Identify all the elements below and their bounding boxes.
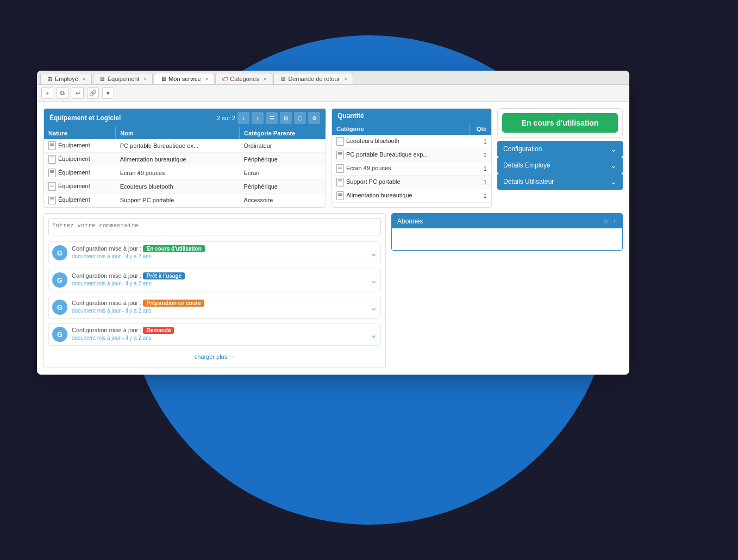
monitor-icon-2: 🖥 — [160, 76, 166, 82]
table-row: Support PC portable 1 — [332, 176, 491, 189]
load-more-button[interactable]: charger plus → — [48, 350, 381, 363]
comment-item: G Configuration mise à jour : Demandé do… — [48, 323, 381, 346]
comment-timestamp: document mis à jour - il y a 2 ans — [72, 308, 366, 314]
comment-timestamp: document mis à jour - il y a 2 ans — [72, 335, 366, 341]
doc-icon — [48, 141, 56, 150]
accordion-details-employe: Détails Employé ⌄ — [497, 157, 623, 173]
tab-close-categories[interactable]: × — [264, 76, 267, 82]
status-button[interactable]: En cours d'utilisation — [502, 113, 618, 133]
next-page-button[interactable]: › — [252, 112, 264, 124]
top-panels: Équipement et Logiciel 2 sur 2 ‹ › ☰ ⊞ ⬡… — [43, 108, 623, 208]
equipment-panel: Équipement et Logiciel 2 sur 2 ‹ › ☰ ⊞ ⬡… — [43, 108, 326, 208]
tab-bar: ⊞ Employé × 🖥 Équipement × 🖥 Mon service… — [37, 71, 629, 85]
doc-icon — [48, 196, 56, 204]
expand-comment-button[interactable]: ⌄ — [370, 275, 377, 285]
table-row: Équipement Alimentation bureautique Péri… — [44, 153, 326, 166]
comments-col: G Configuration mise à jour : En cours d… — [43, 213, 386, 368]
status-badge: Demandé — [143, 327, 174, 334]
col-qte: Qté — [470, 123, 491, 135]
subscribers-header: Abonnés ☆ + — [392, 214, 622, 228]
comments-section: G Configuration mise à jour : En cours d… — [43, 213, 386, 368]
comment-item: G Configuration mise à jour : Prêt à l'u… — [48, 269, 381, 291]
doc-icon — [48, 169, 56, 177]
list-view-button[interactable]: ☰ — [266, 112, 278, 124]
accordion-header-details-employe[interactable]: Détails Employé ⌄ — [498, 158, 622, 173]
status-badge: Préparation en cours — [143, 300, 204, 307]
main-content: Équipement et Logiciel 2 sur 2 ‹ › ☰ ⊞ ⬡… — [37, 102, 629, 375]
bottom-row: G Configuration mise à jour : En cours d… — [43, 213, 623, 368]
expand-comment-button[interactable]: ⌄ — [370, 302, 377, 313]
table-row: Ecouteurs bluetooth 1 — [332, 135, 491, 148]
status-badge: Prêt à l'usage — [143, 272, 185, 279]
monitor-icon-3: 🖥 — [279, 76, 286, 82]
tab-close-employe[interactable]: × — [83, 76, 86, 82]
copy-button[interactable]: ⧉ — [57, 87, 68, 99]
comment-input[interactable] — [48, 218, 381, 235]
chevron-down-icon: ⌄ — [610, 145, 617, 153]
table-row: PC portable Bureautique exp... 1 — [332, 148, 491, 162]
tab-categories[interactable]: 🏷 Catégories × — [215, 73, 272, 84]
add-subscriber-icon[interactable]: + — [612, 217, 617, 225]
quantity-panel-title: Quantité — [332, 109, 491, 123]
export-button[interactable]: ⬡ — [294, 112, 306, 124]
expand-comment-button[interactable]: ⌄ — [370, 248, 377, 258]
settings-button[interactable]: ⚙ — [308, 112, 320, 124]
link-button[interactable]: 🔗 — [87, 87, 99, 99]
doc-icon — [48, 182, 56, 191]
comment-timestamp: document mis à jour - il y a 2 ans — [72, 253, 366, 259]
table-row: Équipement Support PC portable Accessoir… — [44, 194, 326, 207]
right-col: Abonnés ☆ + — [391, 213, 623, 368]
doc-icon — [336, 164, 344, 173]
prev-page-button[interactable]: ‹ — [237, 112, 249, 124]
avatar: G — [52, 272, 67, 288]
more-button[interactable]: ▾ — [102, 87, 114, 99]
tab-equipement[interactable]: 🖥 Équipement × — [93, 73, 153, 84]
pagination: 2 sur 2 ‹ › ☰ ⊞ ⬡ ⚙ — [217, 112, 320, 124]
undo-button[interactable]: ↩ — [72, 87, 84, 99]
tab-close-demande[interactable]: × — [344, 76, 347, 82]
toolbar: + ⧉ ↩ 🔗 ▾ — [37, 85, 629, 102]
chevron-down-icon: ⌄ — [610, 161, 617, 170]
tab-close-mon-service[interactable]: × — [205, 76, 209, 82]
comment-item: G Configuration mise à jour : En cours d… — [48, 241, 381, 264]
accordion-details-utilisateur: Détails Utilisateur ⌄ — [497, 173, 623, 190]
chevron-down-icon: ⌄ — [610, 177, 617, 186]
table-row: Équipement Ecouteurs bluetooth Périphéri… — [44, 180, 326, 194]
tab-demande-retour[interactable]: 🖥 Demande de retour × — [273, 73, 353, 84]
doc-icon — [336, 151, 344, 159]
quantity-panel: Quantité Catégorie Qté Ecouteurs bluetoo… — [332, 108, 492, 208]
quantity-table: Catégorie Qté Ecouteurs bluetooth 1 PC p… — [332, 123, 491, 203]
doc-icon — [336, 178, 344, 186]
tag-icon: 🏷 — [221, 76, 228, 82]
tab-mon-service[interactable]: 🖥 Mon service × — [154, 73, 214, 84]
accordion-configuration: Configuration ⌄ — [497, 141, 623, 157]
tab-employe[interactable]: ⊞ Employé × — [40, 73, 92, 84]
table-row: Alimentation bureautique 1 — [332, 189, 491, 203]
avatar: G — [52, 300, 67, 315]
tab-close-equipement[interactable]: × — [143, 76, 147, 82]
star-icon[interactable]: ☆ — [603, 217, 609, 225]
col-categorie: Catégorie Parente — [240, 127, 326, 139]
add-button[interactable]: + — [41, 87, 53, 99]
expand-comment-button[interactable]: ⌄ — [370, 329, 377, 340]
doc-icon — [336, 137, 344, 146]
right-panel: En cours d'utilisation Configuration ⌄ D… — [497, 108, 623, 208]
accordion-header-details-utilisateur[interactable]: Détails Utilisateur ⌄ — [498, 174, 622, 189]
comment-body: Configuration mise à jour : Prêt à l'usa… — [72, 272, 366, 287]
avatar: G — [52, 327, 67, 342]
comment-item: G Configuration mise à jour : Préparatio… — [48, 296, 381, 319]
subscribers-panel: Abonnés ☆ + — [391, 213, 623, 251]
subscribers-body — [392, 228, 622, 250]
table-row: Équipement PC portable Bureautique ex...… — [44, 139, 326, 153]
accordion-header-configuration[interactable]: Configuration ⌄ — [498, 141, 622, 157]
comment-timestamp: document mis à jour - il y a 2 ans — [72, 281, 366, 287]
grid-view-button[interactable]: ⊞ — [280, 112, 292, 124]
table-row: Écran 49 pouces 1 — [332, 162, 491, 176]
doc-icon — [336, 191, 344, 200]
col-nom: Nom — [116, 127, 240, 139]
equipment-table: Nature Nom Catégorie Parente Équipement … — [44, 127, 326, 207]
status-badge: En cours d'utilisation — [143, 245, 204, 252]
comment-body: Configuration mise à jour : Demandé docu… — [72, 327, 366, 341]
comment-body: Configuration mise à jour : En cours d'u… — [72, 245, 366, 259]
doc-icon — [48, 155, 56, 164]
